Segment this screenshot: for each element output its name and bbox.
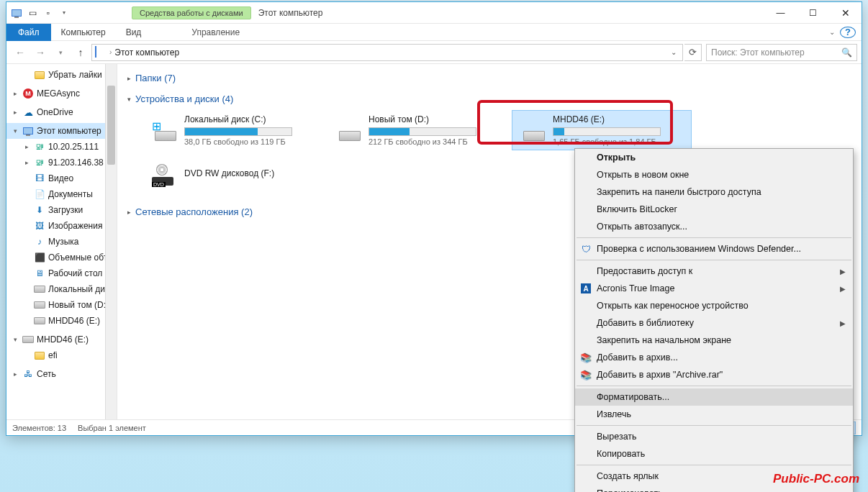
nav-item[interactable]: ▸♪Музыка xyxy=(6,234,117,250)
menu-item-label: Открыть как переносное устройство xyxy=(597,301,749,311)
nav-recent-dropdown[interactable]: ▾ xyxy=(51,43,70,62)
nav-item[interactable]: ▸MHDD46 (E:) xyxy=(6,313,117,329)
context-menu-item[interactable]: Предоставить доступ к▶ xyxy=(575,263,853,280)
nav-item[interactable]: ▸Новый том (D:) xyxy=(6,297,117,313)
menu-item-icon: 🛡 xyxy=(579,242,592,255)
context-menu-item[interactable]: Вырезать xyxy=(575,428,853,445)
menu-item-label: Закрепить на панели быстрого доступа xyxy=(597,187,761,197)
context-menu-item[interactable]: Форматировать... xyxy=(575,388,853,406)
nav-scrollbar[interactable] xyxy=(105,64,117,419)
nav-item[interactable]: ▸🎞Видео xyxy=(6,170,117,186)
nav-item[interactable]: ▸🖳91.203.146.38 xyxy=(6,155,117,170)
drive-item[interactable]: DVDDVD RW дисковод (F:) xyxy=(143,155,323,195)
breadcrumb-this-pc[interactable]: Этот компьютер xyxy=(112,47,182,58)
nav-item-icon: ☁ xyxy=(22,106,34,118)
submenu-arrow-icon: ▶ xyxy=(840,319,846,327)
nav-item-label: 10.20.25.111 xyxy=(48,142,99,152)
context-menu[interactable]: ОткрытьОткрыть в новом окнеЗакрепить на … xyxy=(574,148,854,492)
refresh-button[interactable]: ⟳ xyxy=(684,44,702,61)
ribbon-tab-manage[interactable]: Управление xyxy=(181,24,250,40)
address-dropdown-icon[interactable]: ⌄ xyxy=(671,48,679,56)
nav-item-label: efi xyxy=(48,350,58,360)
nav-item-icon: 🎞 xyxy=(34,173,45,184)
status-selection: Выбран 1 элемент xyxy=(78,424,146,432)
section-drives[interactable]: ▾ Устройства и диски (4) xyxy=(122,89,857,110)
tree-twist-icon[interactable]: ▾ xyxy=(11,336,19,343)
tree-twist-icon[interactable]: ▸ xyxy=(11,90,19,97)
help-icon[interactable]: ? xyxy=(840,27,856,38)
qa-dropdown-icon[interactable]: ▾ xyxy=(56,5,72,21)
nav-item[interactable]: ▾Этот компьютер xyxy=(6,123,117,139)
file-menu-button[interactable]: Файл xyxy=(6,24,51,41)
close-button[interactable]: ✕ xyxy=(829,3,862,23)
context-menu-item[interactable]: Открыть xyxy=(575,149,853,166)
context-menu-item[interactable]: Включить BitLocker xyxy=(575,201,853,218)
nav-up-button[interactable]: ↑ xyxy=(71,43,90,62)
nav-item-icon: ⬛ xyxy=(34,252,45,263)
context-menu-item[interactable]: Открыть в новом окне xyxy=(575,166,853,183)
context-menu-item[interactable]: AAcronis True Image▶ xyxy=(575,280,853,297)
status-item-count: Элементов: 13 xyxy=(12,424,66,432)
nav-item[interactable]: ▸📄Документы xyxy=(6,186,117,202)
nav-item[interactable]: ▸🖼Изображения xyxy=(6,218,117,234)
tree-twist-icon[interactable]: ▸ xyxy=(22,159,31,166)
nav-item[interactable]: ▸efi xyxy=(6,347,117,363)
search-placeholder: Поиск: Этот компьютер xyxy=(711,47,805,58)
minimize-button[interactable]: — xyxy=(764,3,797,23)
nav-item-icon: 🖳 xyxy=(34,141,45,152)
maximize-button[interactable]: ☐ xyxy=(797,3,829,23)
ribbon-tab-view[interactable]: Вид xyxy=(116,24,152,40)
nav-item[interactable]: ▾MHDD46 (E:) xyxy=(6,332,117,347)
nav-item[interactable]: ▸🖥Рабочий стол xyxy=(6,265,117,281)
qa-newfolder-icon[interactable]: ▫ xyxy=(40,5,56,21)
drive-icon xyxy=(517,115,547,145)
nav-item[interactable]: ▸Локальный дис xyxy=(6,281,117,297)
contextual-tab-group: Средства работы с дисками xyxy=(132,2,251,24)
drive-capacity-bar xyxy=(553,127,661,136)
context-menu-item[interactable]: Открыть как переносное устройство xyxy=(575,297,853,314)
drive-item[interactable]: ⊞Локальный диск (C:)38,0 ГБ свободно из … xyxy=(143,110,323,150)
ribbon-tab-computer[interactable]: Компьютер xyxy=(51,24,116,40)
context-menu-item[interactable]: Копировать xyxy=(575,445,853,463)
tree-twist-icon[interactable]: ▸ xyxy=(11,109,19,116)
nav-back-button[interactable]: ← xyxy=(11,43,30,62)
nav-item[interactable]: ▸⬇Загрузки xyxy=(6,202,117,218)
scrollbar-thumb[interactable] xyxy=(107,86,115,165)
ribbon-expand-icon[interactable]: ⌄ xyxy=(824,28,840,36)
tree-twist-icon[interactable]: ▸ xyxy=(22,143,31,150)
watermark: Public-PC.com xyxy=(773,472,859,486)
nav-item[interactable]: ▸Убрать лайки Вк xyxy=(6,67,117,83)
nav-item[interactable]: ▸🖧Сеть xyxy=(6,366,117,382)
nav-item-icon: M xyxy=(22,88,34,99)
nav-item[interactable]: ▸⬛Объемные объ xyxy=(6,250,117,265)
nav-forward-button[interactable]: → xyxy=(31,43,50,62)
address-bar[interactable]: › Этот компьютер ⌄ xyxy=(91,44,683,61)
tree-twist-icon[interactable]: ▾ xyxy=(11,127,19,135)
navigation-pane[interactable]: ▸Убрать лайки Вк▸MMEGAsync▸☁OneDrive▾Это… xyxy=(6,64,117,419)
nav-item-icon xyxy=(34,315,45,327)
tree-twist-icon[interactable]: ▸ xyxy=(11,370,19,378)
nav-item[interactable]: ▸🖳10.20.25.111 xyxy=(6,139,117,155)
context-menu-item[interactable]: Открыть автозапуск... xyxy=(575,218,853,235)
drive-icon xyxy=(333,115,363,145)
drive-item[interactable]: MHDD46 (E:)1,65 ГБ свободно из 1,84 ГБ xyxy=(512,110,692,150)
section-folders[interactable]: ▸ Папки (7) xyxy=(122,68,857,89)
nav-item-icon xyxy=(34,350,45,361)
nav-item-label: Убрать лайки Вк xyxy=(48,70,114,80)
context-menu-item[interactable]: 📚Добавить в архив "Archive.rar" xyxy=(575,366,853,383)
context-menu-item[interactable]: Закрепить на панели быстрого доступа xyxy=(575,183,853,201)
context-menu-item[interactable]: Извлечь xyxy=(575,406,853,423)
nav-item-label: Загрузки xyxy=(48,205,83,215)
context-menu-item[interactable]: 🛡Проверка с использованием Windows Defen… xyxy=(575,240,853,258)
context-menu-item[interactable]: Добавить в библиотеку▶ xyxy=(575,314,853,332)
nav-item[interactable]: ▸MMEGAsync xyxy=(6,86,117,101)
drive-name: Локальный диск (C:) xyxy=(184,114,318,124)
search-input[interactable]: Поиск: Этот компьютер 🔍 xyxy=(706,44,857,61)
qa-properties-icon[interactable]: ▭ xyxy=(24,5,40,21)
context-menu-item[interactable]: 📚Добавить в архив... xyxy=(575,349,853,366)
nav-item-icon: ♪ xyxy=(34,236,45,247)
nav-item[interactable]: ▸☁OneDrive xyxy=(6,104,117,120)
context-menu-item[interactable]: Закрепить на начальном экране xyxy=(575,332,853,349)
drive-item[interactable]: Новый том (D:)212 ГБ свободно из 344 ГБ xyxy=(327,110,507,150)
nav-item-label: Объемные объ xyxy=(48,252,109,263)
